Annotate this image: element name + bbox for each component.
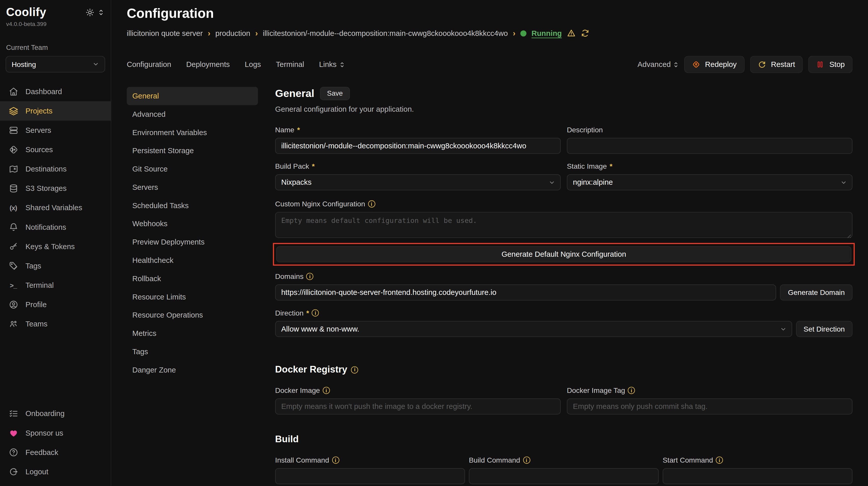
sidebar-item-shared-variables[interactable]: (x) Shared Variables bbox=[0, 198, 111, 218]
sidebar-item-keys-tokens[interactable]: Keys & Tokens bbox=[0, 237, 111, 256]
tags-icon bbox=[8, 261, 18, 271]
subnav-persistent-storage[interactable]: Persistent Storage bbox=[127, 142, 258, 160]
static-image-select[interactable]: nginx:alpine bbox=[567, 174, 852, 190]
tab-deployments[interactable]: Deployments bbox=[186, 60, 229, 69]
chevrons-up-down-icon bbox=[673, 61, 679, 68]
stop-button[interactable]: Stop bbox=[808, 56, 853, 73]
general-form: General Save General configuration for y… bbox=[275, 87, 852, 486]
info-icon[interactable]: i bbox=[716, 456, 723, 464]
sidebar-item-s3-storages[interactable]: S3 Storages bbox=[0, 179, 111, 198]
restart-button[interactable]: Restart bbox=[750, 56, 803, 73]
checklist-icon bbox=[8, 409, 18, 419]
map-icon bbox=[8, 164, 18, 174]
breadcrumb-environment[interactable]: production bbox=[215, 29, 250, 37]
section-heading-docker-registry: Docker Registry i bbox=[275, 364, 852, 375]
info-icon[interactable]: i bbox=[523, 456, 530, 464]
subnav-preview-deployments[interactable]: Preview Deployments bbox=[127, 233, 258, 251]
advanced-dropdown[interactable]: Advanced bbox=[638, 60, 678, 69]
sidebar-item-destinations[interactable]: Destinations bbox=[0, 159, 111, 179]
custom-nginx-textarea[interactable] bbox=[275, 212, 852, 238]
heart-icon bbox=[8, 428, 18, 438]
subnav-healthcheck[interactable]: Healthcheck bbox=[127, 251, 258, 269]
stop-label: Stop bbox=[829, 60, 845, 69]
theme-selector-chevrons-icon[interactable] bbox=[98, 9, 104, 16]
chevron-right-icon: › bbox=[513, 29, 516, 38]
tab-links[interactable]: Links bbox=[319, 60, 345, 69]
subnav-general[interactable]: General bbox=[127, 87, 258, 105]
terminal-icon: >_ bbox=[8, 281, 18, 290]
save-button[interactable]: Save bbox=[320, 87, 350, 100]
layers-icon bbox=[8, 106, 18, 116]
sidebar-item-logout[interactable]: Logout bbox=[0, 462, 111, 481]
tab-configuration[interactable]: Configuration bbox=[127, 60, 171, 69]
generate-domain-button[interactable]: Generate Domain bbox=[780, 285, 852, 300]
static-image-label: Static Image* bbox=[567, 162, 852, 170]
info-icon[interactable]: i bbox=[306, 273, 313, 280]
info-icon[interactable]: i bbox=[312, 310, 319, 317]
sidebar-item-tags[interactable]: Tags bbox=[0, 256, 111, 276]
sidebar: Coolify v4.0.0-beta.399 Current Team Hos… bbox=[0, 0, 111, 486]
sidebar-item-projects[interactable]: Projects bbox=[0, 101, 111, 121]
breadcrumb-project[interactable]: illicitonion quote server bbox=[127, 29, 203, 37]
subnav-servers[interactable]: Servers bbox=[127, 178, 258, 196]
coolify-app: Coolify v4.0.0-beta.399 Current Team Hos… bbox=[0, 0, 868, 486]
sidebar-item-sources[interactable]: Sources bbox=[0, 140, 111, 159]
info-icon[interactable]: i bbox=[332, 456, 339, 464]
breadcrumb-application[interactable]: illicitestonion/-module--decomposition:m… bbox=[263, 29, 508, 37]
docker-image-tag-input[interactable] bbox=[567, 398, 852, 415]
subnav-resource-operations[interactable]: Resource Operations bbox=[127, 306, 258, 324]
tab-links-label: Links bbox=[319, 60, 337, 69]
subnav-danger-zone[interactable]: Danger Zone bbox=[127, 361, 258, 379]
tab-logs[interactable]: Logs bbox=[245, 60, 261, 69]
info-icon[interactable]: i bbox=[628, 387, 635, 394]
sidebar-item-dashboard[interactable]: Dashboard bbox=[0, 82, 111, 101]
domains-input[interactable] bbox=[275, 285, 776, 300]
description-input[interactable] bbox=[567, 138, 852, 154]
theme-sun-icon[interactable] bbox=[86, 8, 94, 17]
generate-default-nginx-configuration-button[interactable]: Generate Default Nginx Configuration bbox=[276, 246, 851, 262]
sidebar-item-feedback[interactable]: Feedback bbox=[0, 443, 111, 462]
set-direction-button[interactable]: Set Direction bbox=[796, 321, 852, 337]
subnav-rollback[interactable]: Rollback bbox=[127, 269, 258, 288]
sidebar-item-sponsor-us[interactable]: Sponsor us bbox=[0, 423, 111, 443]
warning-triangle-icon[interactable] bbox=[567, 29, 576, 38]
sidebar-item-profile[interactable]: Profile bbox=[0, 295, 111, 314]
build-command-input[interactable] bbox=[469, 468, 659, 484]
subnav-metrics[interactable]: Metrics bbox=[127, 324, 258, 343]
sidebar-item-label: Feedback bbox=[26, 448, 58, 457]
info-icon[interactable]: i bbox=[323, 387, 330, 394]
required-asterisk: * bbox=[297, 126, 300, 134]
start-command-input[interactable] bbox=[662, 468, 852, 484]
docker-image-input[interactable] bbox=[275, 398, 561, 415]
sidebar-item-label: Servers bbox=[26, 126, 51, 135]
subnav-git-source[interactable]: Git Source bbox=[127, 160, 258, 178]
sidebar-item-terminal[interactable]: >_ Terminal bbox=[0, 276, 111, 295]
subnav-scheduled-tasks[interactable]: Scheduled Tasks bbox=[127, 196, 258, 215]
build-pack-select[interactable]: Nixpacks bbox=[275, 174, 561, 190]
chevrons-up-down-icon bbox=[339, 61, 345, 68]
subnav-advanced[interactable]: Advanced bbox=[127, 105, 258, 123]
sidebar-item-teams[interactable]: Teams bbox=[0, 314, 111, 333]
install-command-input[interactable] bbox=[275, 468, 465, 484]
status-badge[interactable]: Running bbox=[531, 29, 562, 37]
subnav-environment-variables[interactable]: Environment Variables bbox=[127, 123, 258, 142]
subnav-webhooks[interactable]: Webhooks bbox=[127, 215, 258, 233]
tab-terminal[interactable]: Terminal bbox=[276, 60, 304, 69]
sidebar-item-label: Sponsor us bbox=[26, 429, 63, 437]
direction-select[interactable]: Allow www & non-www. bbox=[275, 321, 792, 337]
refresh-icon[interactable] bbox=[581, 29, 590, 38]
info-icon[interactable]: i bbox=[368, 200, 375, 207]
subnav-resource-limits[interactable]: Resource Limits bbox=[127, 288, 258, 306]
section-heading-build: Build bbox=[275, 434, 852, 445]
sidebar-item-label: Onboarding bbox=[26, 410, 64, 418]
team-select[interactable]: Hosting bbox=[6, 56, 105, 72]
info-icon[interactable]: i bbox=[351, 366, 359, 373]
sidebar-item-onboarding[interactable]: Onboarding bbox=[0, 404, 111, 423]
subnav-tags[interactable]: Tags bbox=[127, 343, 258, 361]
redeploy-button[interactable]: Redeploy bbox=[684, 56, 744, 73]
name-input[interactable] bbox=[275, 138, 561, 154]
sidebar-item-label: Dashboard bbox=[26, 88, 62, 96]
sidebar-item-notifications[interactable]: Notifications bbox=[0, 218, 111, 237]
domains-label: Domains i bbox=[275, 272, 852, 281]
sidebar-item-servers[interactable]: Servers bbox=[0, 121, 111, 140]
